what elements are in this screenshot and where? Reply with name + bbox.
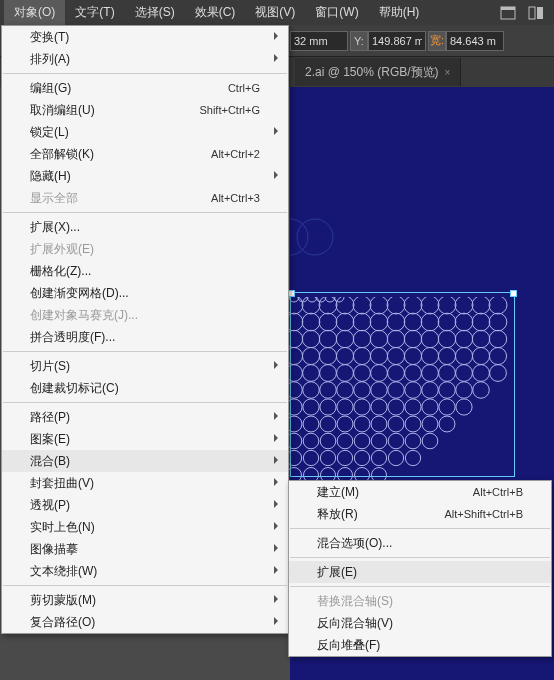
separator <box>290 528 550 529</box>
svg-point-110 <box>388 433 404 449</box>
menu-item[interactable]: 扩展(X)... <box>2 216 288 238</box>
svg-point-77 <box>388 382 405 399</box>
menu-item[interactable]: 透视(P) <box>2 494 288 516</box>
svg-point-86 <box>337 399 353 415</box>
workspace-icon[interactable] <box>497 4 519 22</box>
menu-item[interactable]: 反向堆叠(F) <box>289 634 551 656</box>
menu-item[interactable]: 变换(T) <box>2 26 288 48</box>
menu-item[interactable]: 封套扭曲(V) <box>2 472 288 494</box>
menu-item[interactable]: 文本绕排(W) <box>2 560 288 582</box>
menu-item[interactable]: 混合选项(O)... <box>289 532 551 554</box>
menu-item[interactable]: 全部解锁(K)Alt+Ctrl+2 <box>2 143 288 165</box>
svg-point-62 <box>354 365 371 382</box>
menu-item-label: 替换混合轴(S) <box>317 593 393 610</box>
menu-item-label: 显示全部 <box>30 190 78 207</box>
close-icon[interactable]: × <box>445 67 451 78</box>
menu-item[interactable]: 复合路径(O) <box>2 611 288 633</box>
shortcut: Ctrl+G <box>228 82 260 94</box>
menu-item-label: 取消编组(U) <box>30 102 95 119</box>
svg-point-112 <box>422 433 438 449</box>
svg-point-107 <box>337 433 353 449</box>
menu-window[interactable]: 窗口(W) <box>305 0 368 25</box>
svg-point-41 <box>438 330 455 347</box>
menu-item: 替换混合轴(S) <box>289 590 551 612</box>
svg-point-66 <box>422 365 439 382</box>
menu-item-label: 拼合透明度(F)... <box>30 329 115 346</box>
field-w[interactable] <box>446 31 504 51</box>
svg-point-34 <box>319 330 336 347</box>
menubar: 对象(O) 文字(T) 选择(S) 效果(C) 视图(V) 窗口(W) 帮助(H… <box>0 0 554 25</box>
tab-document[interactable]: 2.ai @ 150% (RGB/预览) × <box>295 58 461 86</box>
svg-point-99 <box>371 416 387 432</box>
menu-item-label: 编组(G) <box>30 80 71 97</box>
menu-item-label: 锁定(L) <box>30 124 69 141</box>
menu-select[interactable]: 选择(S) <box>125 0 185 25</box>
svg-rect-2 <box>529 7 535 19</box>
arrange-icon[interactable] <box>525 4 547 22</box>
menu-item-label: 实时上色(N) <box>30 519 95 536</box>
svg-point-97 <box>337 416 353 432</box>
svg-point-17 <box>472 297 490 314</box>
menu-item[interactable]: 剪切蒙版(M) <box>2 589 288 611</box>
menu-item-label: 扩展(E) <box>317 564 357 581</box>
menu-item[interactable]: 栅格化(Z)... <box>2 260 288 282</box>
menu-item-label: 全部解锁(K) <box>30 146 94 163</box>
svg-point-51 <box>387 347 404 364</box>
menu-item[interactable]: 排列(A) <box>2 48 288 70</box>
menu-item[interactable]: 隐藏(H) <box>2 165 288 187</box>
label-y: Y: <box>350 31 368 51</box>
menu-item-label: 建立(M) <box>317 484 359 501</box>
menu-item-label: 排列(A) <box>30 51 70 68</box>
svg-point-105 <box>303 433 319 449</box>
svg-point-82 <box>473 382 490 399</box>
menu-item[interactable]: 混合(B) <box>2 450 288 472</box>
menu-help[interactable]: 帮助(H) <box>369 0 430 25</box>
svg-point-120 <box>405 450 420 465</box>
svg-point-42 <box>455 330 472 347</box>
svg-point-89 <box>388 399 404 415</box>
menu-effect[interactable]: 效果(C) <box>185 0 246 25</box>
menu-item-label: 创建对象马赛克(J)... <box>30 307 138 324</box>
menu-item[interactable]: 扩展(E) <box>289 561 551 583</box>
svg-point-72 <box>303 382 320 399</box>
menu-item[interactable]: 编组(G)Ctrl+G <box>2 77 288 99</box>
menu-view[interactable]: 视图(V) <box>245 0 305 25</box>
menu-item[interactable]: 释放(R)Alt+Shift+Ctrl+B <box>289 503 551 525</box>
svg-point-56 <box>472 347 489 364</box>
menu-item-label: 切片(S) <box>30 358 70 375</box>
menu-item[interactable]: 实时上色(N) <box>2 516 288 538</box>
svg-point-36 <box>353 330 370 347</box>
svg-point-37 <box>370 330 387 347</box>
svg-point-38 <box>387 330 404 347</box>
menu-item[interactable]: 图案(E) <box>2 428 288 450</box>
menu-item-label: 隐藏(H) <box>30 168 71 185</box>
svg-point-53 <box>421 347 438 364</box>
menu-item[interactable]: 取消编组(U)Shift+Ctrl+G <box>2 99 288 121</box>
menu-item-label: 扩展外观(E) <box>30 241 94 258</box>
svg-point-7 <box>302 297 320 314</box>
field-x[interactable] <box>290 31 348 51</box>
menu-item[interactable]: 创建裁切标记(C) <box>2 377 288 399</box>
svg-point-48 <box>336 347 353 364</box>
menu-item[interactable]: 切片(S) <box>2 355 288 377</box>
menu-item[interactable]: 拼合透明度(F)... <box>2 326 288 348</box>
menu-item[interactable]: 建立(M)Alt+Ctrl+B <box>289 481 551 503</box>
menu-item-label: 释放(R) <box>317 506 358 523</box>
menu-type[interactable]: 文字(T) <box>65 0 124 25</box>
menu-object[interactable]: 对象(O) <box>4 0 65 25</box>
svg-point-102 <box>422 416 438 432</box>
menu-item[interactable]: 图像描摹 <box>2 538 288 560</box>
svg-point-5 <box>297 219 333 255</box>
menu-item[interactable]: 锁定(L) <box>2 121 288 143</box>
menu-item[interactable]: 路径(P) <box>2 406 288 428</box>
menu-item[interactable]: 创建渐变网格(D)... <box>2 282 288 304</box>
svg-point-90 <box>405 399 421 415</box>
svg-point-45 <box>288 347 303 364</box>
svg-point-20 <box>302 313 320 331</box>
svg-point-39 <box>404 330 421 347</box>
object-menu: 变换(T)排列(A)编组(G)Ctrl+G取消编组(U)Shift+Ctrl+G… <box>1 25 289 634</box>
menu-item[interactable]: 反向混合轴(V) <box>289 612 551 634</box>
menu-item-label: 封套扭曲(V) <box>30 475 94 492</box>
separator <box>290 557 550 558</box>
field-y[interactable] <box>368 31 426 51</box>
